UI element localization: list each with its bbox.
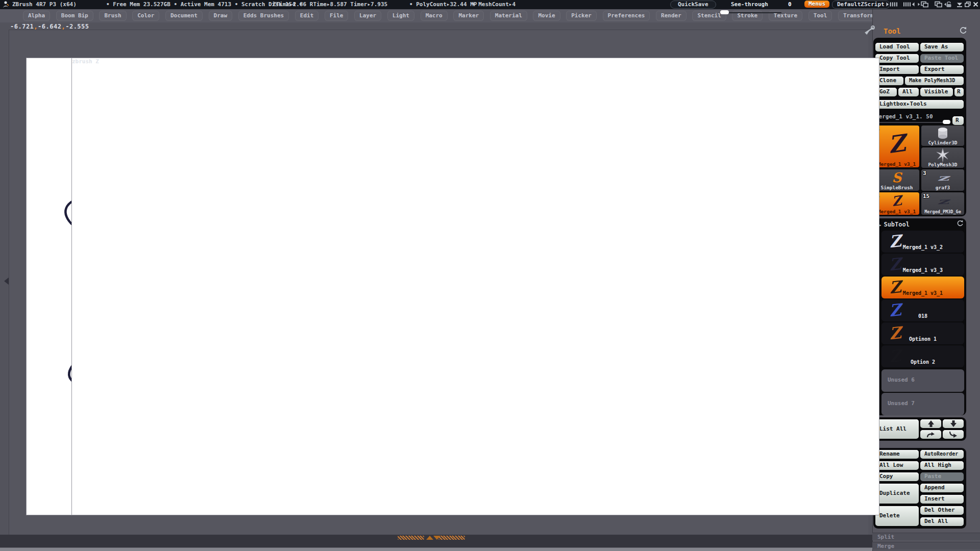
rename-button[interactable]: Rename	[875, 450, 919, 459]
goz-visible-button[interactable]: Visible	[920, 88, 953, 96]
move-down-button[interactable]	[943, 419, 964, 428]
menus-button[interactable]: Menus	[804, 1, 829, 8]
menu-item[interactable]: Edit	[295, 11, 319, 21]
menu-item[interactable]: Render	[656, 11, 687, 21]
move-in-button[interactable]	[943, 430, 964, 439]
move-up-button[interactable]	[920, 419, 941, 428]
coord-z: -2.555	[65, 23, 89, 30]
close-icon[interactable]	[973, 2, 978, 7]
load-tool-button[interactable]: Load Tool	[875, 43, 919, 52]
minimize-icon[interactable]	[957, 2, 963, 7]
left-tray-toggle-icon[interactable]	[886, 1, 899, 8]
export-button[interactable]: Export	[920, 65, 964, 74]
subtool-refresh-icon[interactable]	[957, 220, 964, 227]
all-high-button[interactable]: All High	[920, 461, 964, 470]
tool-thumbnail-merged-pm3d[interactable]: 15 z Merged_PM3D_Ge	[921, 192, 964, 215]
menu-item[interactable]: Draw	[209, 11, 233, 21]
menu-item[interactable]: Brush	[99, 11, 126, 21]
tray-collapse-icon[interactable]	[433, 536, 440, 540]
menu-item[interactable]: Layer	[354, 11, 381, 21]
make-polymesh3d-button[interactable]: Make PolyMesh3D	[905, 77, 964, 85]
menu-item[interactable]: Marker	[453, 11, 484, 21]
prev-window-icon[interactable]	[918, 1, 931, 8]
menu-item[interactable]: Boom Bip	[56, 11, 93, 21]
tool-inventory-slider-handle[interactable]	[943, 120, 950, 124]
subtool-section-header[interactable]: ▸SubTool	[879, 221, 910, 228]
move-out-button[interactable]	[920, 430, 941, 439]
arrow-up-icon	[927, 420, 935, 428]
tool-thumb-label: Merged_1 v3_1	[874, 209, 919, 214]
tool-r-button[interactable]: R	[952, 116, 964, 125]
subtool-name: Unused 6	[888, 377, 915, 383]
tool-thumbnail-simplebrush[interactable]: S SimpleBrush	[874, 169, 919, 191]
list-all-button[interactable]: List All	[875, 419, 919, 439]
lock-icon[interactable]	[945, 2, 952, 8]
autoreorder-button[interactable]: AutoReorder	[920, 450, 964, 459]
menu-item[interactable]: Color	[132, 11, 159, 21]
menu-item[interactable]: Material	[490, 11, 527, 21]
copy-tool-button[interactable]: Copy Tool	[875, 54, 919, 63]
subtool-item[interactable]: Z Optinon 1	[881, 322, 964, 344]
see-through-slider[interactable]	[721, 12, 781, 13]
menu-item[interactable]: Edds Brushes	[238, 11, 289, 21]
split-section-header[interactable]: Split	[872, 533, 980, 540]
panel-wrench-icon[interactable]	[865, 26, 875, 36]
subtool-item[interactable]: Z 018	[881, 299, 964, 321]
delete-button[interactable]: Delete	[875, 506, 919, 526]
menu-item[interactable]: File	[325, 11, 349, 21]
subtool-item[interactable]: Z Merged_1 v3_2	[881, 231, 964, 253]
goz-all-button[interactable]: All	[898, 88, 919, 96]
active-tool-slider-label: Merged_1 v3_1. 50	[875, 113, 933, 120]
left-tray-handle[interactable]	[1, 278, 9, 285]
default-zscript-button[interactable]: DefaultZScript	[832, 1, 890, 9]
insert-button[interactable]: Insert	[920, 495, 964, 504]
subtool-item-selected[interactable]: Z Merged_1 v3_1	[881, 277, 964, 298]
bottom-scrollbar[interactable]	[0, 547, 872, 551]
tool-thumbnail-current[interactable]: 6 Z Merged_1 v3_1	[874, 126, 919, 167]
zbrush-logo-icon	[2, 1, 10, 9]
next-window-icon[interactable]	[933, 1, 946, 8]
tool-thumbnail-graf3[interactable]: 3 z graf3	[921, 169, 964, 191]
import-button[interactable]: Import	[875, 65, 919, 74]
quicksave-button[interactable]: QuickSave	[670, 1, 716, 9]
tray-expand-icon[interactable]	[426, 536, 433, 540]
see-through-label: See-through	[731, 1, 768, 8]
menu-item[interactable]: Document	[165, 11, 203, 21]
menu-item[interactable]: Movie	[533, 11, 560, 21]
all-low-button[interactable]: All Low	[875, 461, 919, 470]
see-through-value: 0	[788, 1, 792, 8]
bottom-divider-grip-right[interactable]	[438, 536, 465, 540]
tool-inventory-slider[interactable]	[876, 122, 944, 123]
polymesh3d-star-icon	[936, 148, 950, 162]
menu-item[interactable]: Light	[387, 11, 414, 21]
bottom-divider-grip-left[interactable]	[398, 536, 424, 540]
copy-subtool-button[interactable]: Copy	[875, 472, 919, 481]
right-tray-toggle-icon[interactable]	[901, 1, 915, 8]
del-all-button[interactable]: Del All	[920, 517, 964, 526]
palette-reset-icon[interactable]	[959, 27, 967, 35]
menu-item[interactable]: Preferences	[603, 11, 650, 21]
zbrush-window: ZBrush 4R7 P3 (x64) zbrush Z • Free Mem …	[0, 0, 980, 551]
menu-item[interactable]: Alpha	[23, 11, 50, 21]
subtool-item-unused[interactable]: Unused 7	[881, 393, 964, 415]
coord-x: -6.721	[10, 23, 34, 30]
subtool-item-unused[interactable]: Unused 6	[881, 369, 964, 392]
subtool-item[interactable]: Z Merged_1 v3_3	[881, 254, 964, 276]
del-other-button[interactable]: Del Other	[920, 506, 964, 515]
tool-thumbnail-polymesh3d[interactable]: PolyMesh3D	[921, 147, 964, 168]
clone-button[interactable]: Clone	[875, 77, 903, 85]
subtool-item[interactable]: Z Option 2	[881, 345, 964, 367]
see-through-slider-handle[interactable]	[720, 10, 729, 14]
menu-item[interactable]: Macro	[421, 11, 448, 21]
duplicate-button[interactable]: Duplicate	[875, 484, 919, 504]
merge-section-header[interactable]: Merge	[872, 542, 980, 549]
tool-thumbnail-merged[interactable]: 6 Z Merged_1 v3_1	[874, 192, 919, 215]
append-button[interactable]: Append	[920, 484, 964, 492]
restore-icon[interactable]	[965, 2, 971, 7]
goz-r-button[interactable]: R	[954, 88, 964, 96]
menu-item[interactable]: Picker	[566, 11, 597, 21]
menu-item[interactable]: Tool	[808, 11, 832, 21]
lightbox-tools-button[interactable]: Lightbox▸Tools	[875, 100, 964, 109]
save-as-button[interactable]: Save As	[920, 43, 964, 52]
tool-thumbnail-cylinder3d[interactable]: Cylinder3D	[921, 126, 964, 146]
